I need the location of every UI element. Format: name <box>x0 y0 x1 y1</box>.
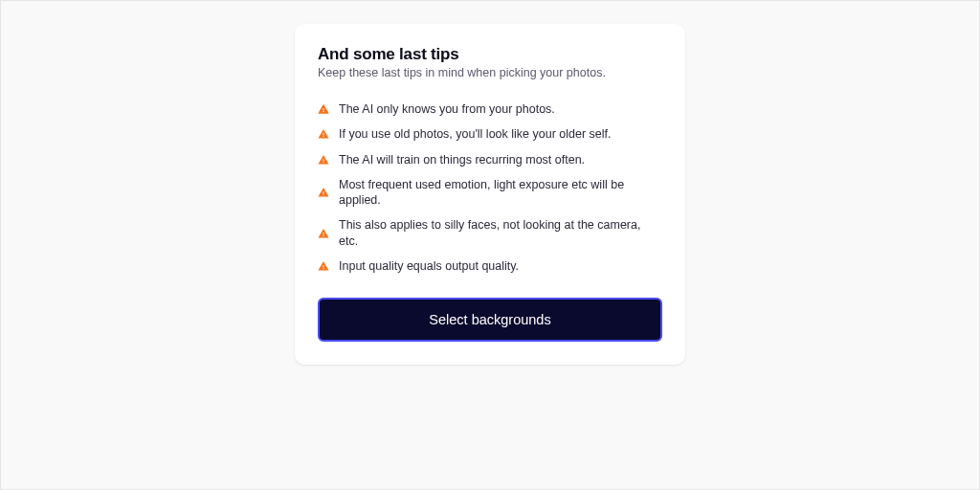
list-item: Input quality equals output quality. <box>318 254 662 278</box>
warning-icon <box>318 187 329 198</box>
warning-icon <box>318 228 329 239</box>
tips-card: And some last tips Keep these last tips … <box>295 24 685 365</box>
list-item: If you use old photos, you'll look like … <box>318 122 662 146</box>
warning-icon <box>318 103 329 115</box>
tip-text: If you use old photos, you'll look like … <box>339 126 612 142</box>
tip-text: Input quality equals output quality. <box>339 258 519 274</box>
list-item: Most frequent used emotion, light exposu… <box>318 172 662 213</box>
list-item: The AI will train on things recurring mo… <box>318 147 662 172</box>
tips-list: The AI only knows you from your photos. … <box>318 97 662 278</box>
warning-icon <box>318 260 329 272</box>
warning-icon <box>318 128 329 140</box>
tip-text: Most frequent used emotion, light exposu… <box>339 177 662 209</box>
warning-icon <box>318 154 329 166</box>
tip-text: The AI will train on things recurring mo… <box>339 152 585 167</box>
select-backgrounds-button[interactable]: Select backgrounds <box>318 298 662 342</box>
tip-text: This also applies to silly faces, not lo… <box>339 217 662 249</box>
list-item: The AI only knows you from your photos. <box>318 97 662 122</box>
tip-text: The AI only knows you from your photos. <box>339 101 555 117</box>
card-subtitle: Keep these last tips in mind when pickin… <box>318 66 662 79</box>
list-item: This also applies to silly faces, not lo… <box>318 212 662 254</box>
card-title: And some last tips <box>318 45 662 64</box>
